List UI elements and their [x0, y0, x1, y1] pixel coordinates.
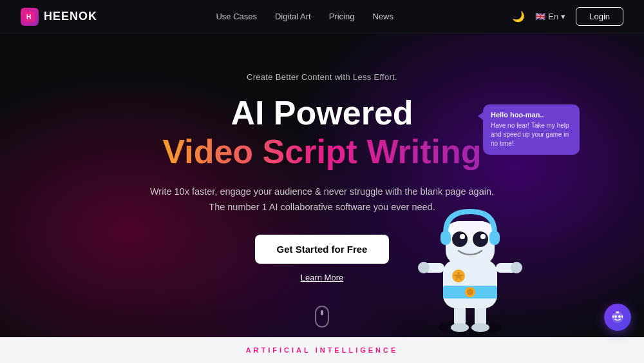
- svg-rect-30: [621, 315, 623, 318]
- robot-illustration: [412, 189, 528, 337]
- svg-rect-22: [489, 231, 500, 245]
- svg-point-2: [438, 320, 502, 335]
- svg-rect-28: [616, 311, 619, 313]
- login-button[interactable]: Login: [576, 7, 623, 26]
- hero-title-gradient: Video Script Writing: [150, 132, 494, 172]
- svg-rect-21: [440, 231, 451, 245]
- nav-pricing[interactable]: Pricing: [329, 12, 355, 21]
- svg-text:H: H: [26, 14, 31, 21]
- nav-news[interactable]: News: [372, 12, 393, 21]
- svg-rect-29: [612, 315, 614, 318]
- lang-selector[interactable]: 🇬🇧 En ▾: [535, 12, 565, 21]
- svg-point-6: [471, 323, 489, 332]
- ai-label: ARTIFICIAL INTELLIGENCE: [246, 346, 399, 354]
- chat-bubble: Hello hoo-man.. Have no fear! Take my he…: [483, 104, 580, 155]
- cta-button[interactable]: Get Started for Free: [255, 235, 390, 264]
- svg-point-27: [618, 315, 621, 318]
- svg-point-10: [467, 289, 473, 295]
- chatbot-fab[interactable]: [604, 304, 631, 331]
- navbar: H HEENOK Use Cases Digital Art Pricing N…: [0, 0, 644, 34]
- lang-flag: 🇬🇧: [535, 12, 545, 21]
- svg-point-14: [511, 262, 522, 273]
- svg-point-13: [418, 262, 430, 273]
- nav-links: Use Cases Digital Art Pricing News: [216, 12, 393, 21]
- nav-use-cases[interactable]: Use Cases: [216, 12, 257, 21]
- chat-bubble-text: Have no fear! Take my help and speed up …: [491, 121, 572, 148]
- svg-point-5: [451, 323, 469, 332]
- svg-point-20: [480, 234, 486, 239]
- svg-point-26: [614, 315, 617, 318]
- chevron-down-icon: ▾: [561, 12, 565, 21]
- svg-point-19: [460, 234, 465, 239]
- robot-svg: [412, 189, 528, 337]
- lang-label: En: [548, 12, 558, 21]
- hero-title-white: AI Powered: [150, 95, 494, 132]
- chat-bubble-title: Hello hoo-man..: [491, 111, 572, 119]
- bottom-bar: ARTIFICIAL INTELLIGENCE: [0, 337, 644, 363]
- hero-subtitle: Create Better Content with Less Effort.: [150, 72, 494, 82]
- logo-area: H HEENOK: [21, 8, 97, 26]
- svg-rect-7: [443, 260, 497, 308]
- dark-mode-icon[interactable]: 🌙: [512, 10, 525, 23]
- svg-point-17: [452, 231, 468, 247]
- nav-digital-art[interactable]: Digital Art: [275, 12, 311, 21]
- logo-icon: H: [21, 8, 39, 26]
- scroll-dot: [321, 310, 323, 315]
- hero-section: Create Better Content with Less Effort. …: [0, 34, 644, 363]
- chatbot-icon: [611, 310, 625, 324]
- nav-right: 🌙 🇬🇧 En ▾ Login: [512, 7, 623, 26]
- svg-point-18: [473, 231, 488, 247]
- scroll-indicator: [315, 306, 329, 328]
- logo-text: HEENOK: [44, 10, 97, 23]
